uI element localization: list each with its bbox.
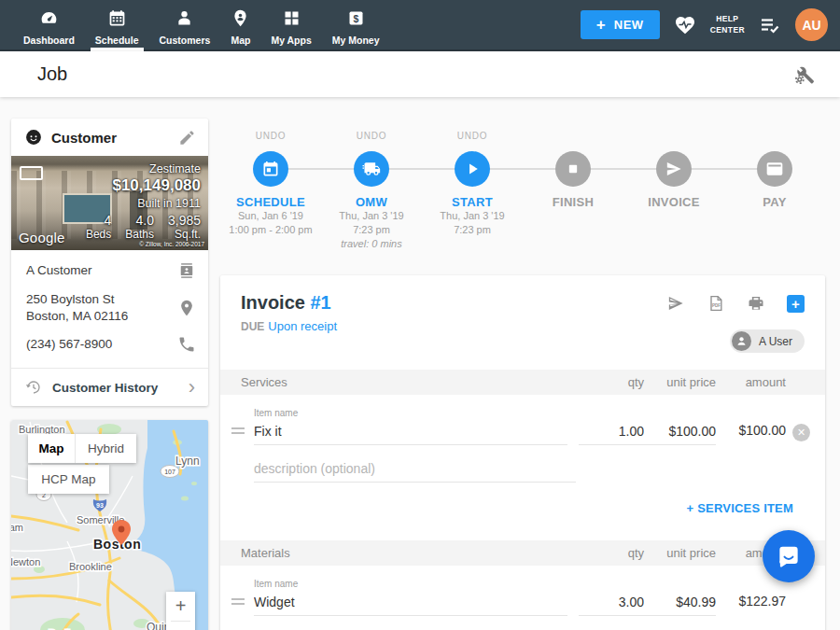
customer-card-title: Customer xyxy=(51,130,117,146)
customer-address-row: 250 Boylston St Boston, MA 02116 xyxy=(11,280,208,324)
due-terms-link[interactable]: Upon receipt xyxy=(268,319,337,333)
contact-card-icon[interactable] xyxy=(177,261,196,280)
job-workflow-steps: UNDO SCHEDULE Sun, Jan 6 '19 1:00 pm - 2… xyxy=(220,131,825,266)
zestimate-value: $10,149,080 xyxy=(86,176,201,195)
item-name-label: Item name xyxy=(254,579,567,589)
svg-text:Lynn: Lynn xyxy=(175,455,200,468)
materials-section-header: Materials qty unit price amount xyxy=(220,540,825,566)
built-year: Built in 1911 xyxy=(86,197,201,210)
drag-handle-icon[interactable] xyxy=(231,595,254,616)
credit-card-icon xyxy=(765,160,784,178)
nav-item-my-apps[interactable]: My Apps xyxy=(260,0,321,49)
service-unit-price-input[interactable] xyxy=(644,424,716,445)
new-button[interactable]: + NEW xyxy=(581,10,660,39)
travel-time: travel: 0 mins xyxy=(341,238,401,251)
sqft-label: Sq.ft. xyxy=(168,228,201,241)
zillow-copyright: © Zillow, Inc. 2006-2017 xyxy=(139,241,204,247)
invoice-number[interactable]: #1 xyxy=(310,292,330,313)
chat-bubble-icon xyxy=(775,542,803,570)
assignee-avatar-icon xyxy=(732,331,751,351)
drag-handle-icon[interactable] xyxy=(231,425,254,445)
main-panel: UNDO SCHEDULE Sun, Jan 6 '19 1:00 pm - 2… xyxy=(220,119,825,630)
user-avatar[interactable]: AU xyxy=(795,8,828,41)
customer-history-label: Customer History xyxy=(52,381,158,395)
step-schedule: UNDO SCHEDULE Sun, Jan 6 '19 1:00 pm - 2… xyxy=(220,131,321,266)
nav-item-map[interactable]: Map xyxy=(220,0,260,49)
step-omw: UNDO OMW Thu, Jan 3 '19 7:23 pm travel: … xyxy=(321,131,422,266)
start-step-button[interactable] xyxy=(455,151,490,187)
help-center-link[interactable]: HELP CENTER xyxy=(710,14,745,35)
assignee-chip[interactable]: A User xyxy=(730,329,805,353)
finish-step-button[interactable] xyxy=(555,151,591,187)
left-sidebar: Customer Zestimate $10,149,080 Built in … xyxy=(11,119,208,630)
page-header: Job xyxy=(0,51,840,97)
customer-card-header: Customer xyxy=(11,119,208,156)
svg-text:$: $ xyxy=(353,13,358,24)
play-icon xyxy=(463,160,482,178)
material-line-item: Item name $122.97 xyxy=(220,566,825,616)
schedule-icon xyxy=(107,8,127,32)
assignee-name: A User xyxy=(759,335,792,348)
step-pay: PAY xyxy=(724,131,825,266)
nav-item-my-money[interactable]: $ My Money xyxy=(322,0,390,49)
material-qty-input[interactable] xyxy=(579,595,644,616)
baths-value: 4.0 xyxy=(125,213,154,228)
step-finish: FINISH xyxy=(523,131,623,266)
amount-column-header: amount xyxy=(716,375,786,389)
undo-omw-button[interactable]: UNDO xyxy=(357,131,387,142)
customer-name-row: A Customer xyxy=(11,250,208,280)
nav-item-schedule[interactable]: Schedule xyxy=(85,0,149,49)
stop-icon xyxy=(564,160,582,178)
streetview-frame-icon[interactable] xyxy=(20,166,43,180)
section-label: Services xyxy=(241,375,579,389)
svg-text:PDF: PDF xyxy=(712,303,721,308)
nav-item-dashboard[interactable]: Dashboard xyxy=(13,0,85,49)
chat-support-button[interactable] xyxy=(763,530,815,582)
material-unit-price-input[interactable] xyxy=(644,595,716,616)
pay-step-button[interactable] xyxy=(757,151,792,187)
omw-step-button[interactable] xyxy=(354,151,389,187)
property-photo[interactable]: Zestimate $10,149,080 Built in 1911 4Bed… xyxy=(11,156,208,250)
activity-checklist-icon[interactable] xyxy=(759,14,781,36)
add-line-item-button[interactable]: + xyxy=(787,295,805,313)
service-description-input[interactable] xyxy=(254,461,576,483)
delete-line-item-button[interactable]: ✕ xyxy=(792,424,810,441)
location-pin-icon[interactable] xyxy=(177,299,196,317)
undo-start-button[interactable]: UNDO xyxy=(457,131,488,142)
customer-phone: (234) 567-8900 xyxy=(26,336,112,353)
hcp-map-button[interactable]: HCP Map xyxy=(28,465,109,494)
calendar-icon xyxy=(261,160,280,178)
map-zoom-out-button[interactable]: − xyxy=(166,622,195,630)
nav-item-customers[interactable]: Customers xyxy=(149,0,221,49)
service-qty-input[interactable] xyxy=(579,424,644,445)
print-icon[interactable] xyxy=(747,294,765,313)
undo-schedule-button[interactable]: UNDO xyxy=(256,131,287,142)
customer-face-icon xyxy=(24,128,43,147)
send-invoice-icon[interactable] xyxy=(666,294,685,313)
send-icon xyxy=(665,160,683,178)
history-icon xyxy=(25,379,42,396)
nav-label: Map xyxy=(231,35,250,46)
schedule-step-button[interactable] xyxy=(253,151,288,187)
services-section-header: Services qty unit price amount xyxy=(220,370,825,395)
service-item-name-input[interactable] xyxy=(254,424,567,445)
map-widget[interactable]: 93 107 2 Burlington Lynn Waltham Somervi… xyxy=(11,420,208,630)
apps-grid-icon xyxy=(282,8,301,32)
phone-icon[interactable] xyxy=(177,335,196,354)
map-type-hybrid-button[interactable]: Hybrid xyxy=(75,434,136,463)
add-services-item-link[interactable]: + SERVICES ITEM xyxy=(687,501,793,515)
top-nav: Dashboard Schedule Customers Map My Apps… xyxy=(0,0,840,51)
service-description-row xyxy=(220,445,825,483)
customer-history-button[interactable]: Customer History › xyxy=(11,369,208,406)
map-type-map-button[interactable]: Map xyxy=(28,434,75,463)
health-heart-icon[interactable] xyxy=(674,14,696,36)
job-settings-tools-icon[interactable] xyxy=(793,63,816,86)
map-zoom-in-button[interactable]: + xyxy=(166,592,195,621)
sqft-value: 3,985 xyxy=(168,213,201,228)
edit-pencil-icon[interactable] xyxy=(178,129,196,147)
material-item-name-input[interactable] xyxy=(254,595,567,616)
pdf-icon[interactable]: PDF xyxy=(707,294,725,313)
invoice-step-button[interactable] xyxy=(656,151,692,187)
svg-text:93: 93 xyxy=(96,502,104,509)
svg-text:Waltham: Waltham xyxy=(11,522,23,533)
